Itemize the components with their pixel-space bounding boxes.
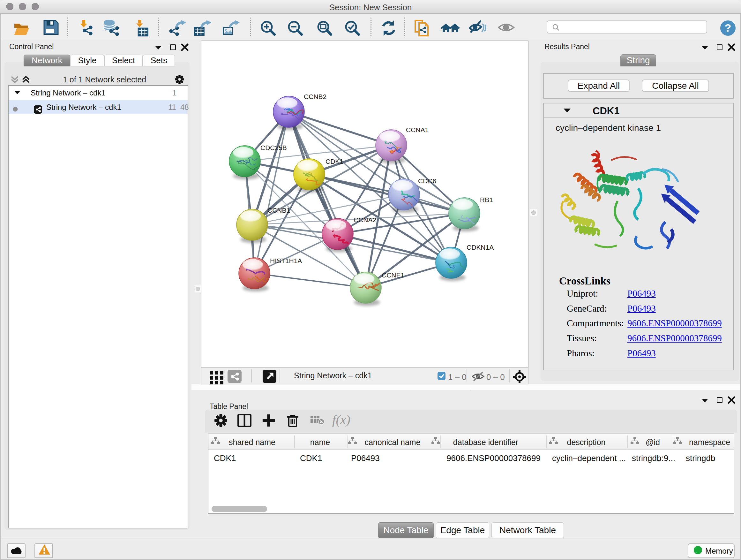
svg-text:CCNE1: CCNE1 (382, 271, 404, 279)
svg-text:RB1: RB1 (480, 196, 493, 203)
svg-text:CDC25B: CDC25B (260, 144, 287, 151)
svg-text:CCNA2: CCNA2 (354, 216, 376, 224)
svg-text:CCNB1: CCNB1 (267, 206, 290, 214)
svg-text:CDKN1A: CDKN1A (467, 244, 494, 251)
svg-text:CDK1: CDK1 (326, 158, 343, 165)
svg-text:?: ? (725, 22, 731, 34)
svg-text:CDC6: CDC6 (418, 177, 436, 185)
svg-text:CCNB2: CCNB2 (304, 93, 327, 100)
svg-text:CCNA1: CCNA1 (406, 126, 428, 133)
svg-text:HIST1H1A: HIST1H1A (270, 257, 302, 264)
